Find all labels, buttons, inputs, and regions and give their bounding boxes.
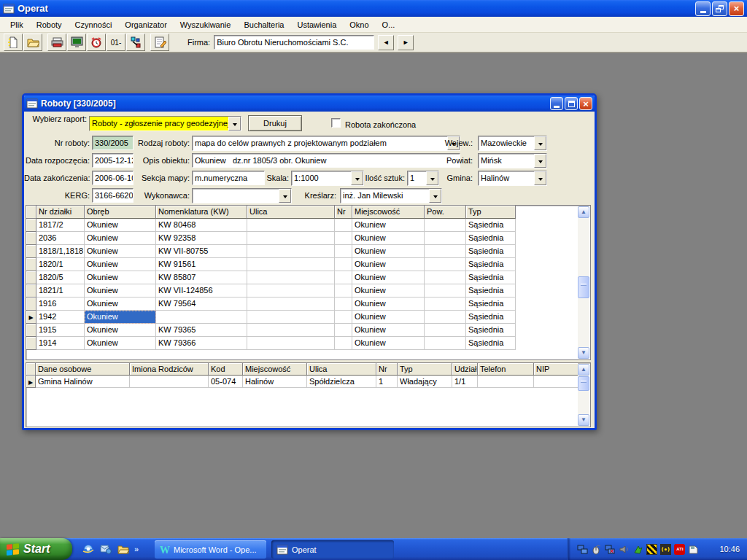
- table-cell[interactable]: [335, 337, 352, 350]
- table-cell[interactable]: [247, 258, 335, 271]
- column-header[interactable]: Udział: [452, 363, 478, 376]
- table-cell[interactable]: KW 79366: [156, 337, 247, 350]
- table-cell[interactable]: 1915: [36, 324, 85, 337]
- network-error-icon[interactable]: ×: [605, 544, 616, 555]
- ilosc-sztuk-combobox[interactable]: 1: [407, 171, 439, 186]
- table-cell[interactable]: 1817/2: [36, 219, 85, 232]
- table-cell[interactable]: [335, 284, 352, 298]
- print-button[interactable]: [47, 34, 66, 51]
- table-cell[interactable]: [247, 324, 335, 337]
- table-cell[interactable]: 1916: [36, 298, 85, 311]
- chevron-more-icon[interactable]: »: [134, 545, 139, 553]
- table-cell[interactable]: Okuniew: [352, 298, 425, 311]
- firma-input[interactable]: Biuro Obrotu Nieruchomościami S.C.: [214, 35, 374, 50]
- table-cell[interactable]: 2036: [36, 232, 85, 245]
- table-cell[interactable]: Sąsiednia: [466, 324, 516, 337]
- table-cell[interactable]: [335, 311, 352, 324]
- table-cell[interactable]: [335, 258, 352, 271]
- table-cell[interactable]: Okuniew: [85, 324, 156, 337]
- menu-czynnosci[interactable]: Czynności: [69, 18, 119, 31]
- scroll-down-icon[interactable]: ▼: [578, 347, 589, 359]
- table-cell[interactable]: Okuniew: [352, 284, 425, 298]
- chevron-down-icon[interactable]: [534, 136, 546, 150]
- table-cell[interactable]: KW 79365: [156, 324, 247, 337]
- table-cell[interactable]: [425, 311, 466, 324]
- menu-o-programie[interactable]: O...: [376, 18, 402, 31]
- vnc-icon[interactable]: [702, 544, 713, 555]
- column-header[interactable]: Telefon: [478, 363, 534, 376]
- table-cell[interactable]: Gmina Halinów: [36, 376, 130, 388]
- column-header[interactable]: Miejscowość: [243, 363, 307, 376]
- table-cell[interactable]: Sąsiednia: [466, 298, 516, 311]
- table-cell[interactable]: [247, 219, 335, 232]
- firma-next-button[interactable]: ►: [398, 35, 414, 50]
- table-cell[interactable]: Okuniew: [85, 245, 156, 258]
- rodzaj-roboty-combobox[interactable]: mapa do celów prawnych z projektowanym p…: [192, 136, 460, 151]
- table-cell[interactable]: Okuniew: [85, 219, 156, 232]
- start-button[interactable]: Start: [0, 538, 72, 560]
- new-document-button[interactable]: [4, 34, 23, 51]
- table-cell[interactable]: Sąsiednia: [466, 284, 516, 298]
- scroll-down-icon[interactable]: ▼: [578, 414, 589, 426]
- table-cell[interactable]: [335, 298, 352, 311]
- column-header[interactable]: NIP: [534, 363, 579, 376]
- table-cell[interactable]: [247, 232, 335, 245]
- column-header[interactable]: Imiona Rodziców: [130, 363, 209, 376]
- table-cell[interactable]: 1/1: [452, 376, 478, 388]
- table-cell[interactable]: Okuniew: [85, 284, 156, 298]
- table-cell[interactable]: Władający: [398, 376, 452, 388]
- chevron-down-icon[interactable]: [534, 171, 546, 185]
- table-cell[interactable]: 1820/1: [36, 258, 85, 271]
- table-cell[interactable]: Halinów: [243, 376, 307, 388]
- data-zakonczenia-field[interactable]: 2006-06-10: [92, 171, 133, 185]
- reminder-button[interactable]: [87, 34, 106, 51]
- table-cell[interactable]: [425, 271, 466, 284]
- column-header[interactable]: Ulica: [247, 206, 335, 219]
- dialog-maximize-button[interactable]: [565, 97, 578, 110]
- kerg-field[interactable]: 3166-6620/: [92, 188, 133, 203]
- dialog-close-button[interactable]: ×: [579, 97, 592, 110]
- table-cell[interactable]: Okuniew: [352, 232, 425, 245]
- table-cell[interactable]: [478, 376, 534, 388]
- table-cell[interactable]: 1818/1,1818: [36, 245, 85, 258]
- table-cell[interactable]: KW 80468: [156, 219, 247, 232]
- table-cell[interactable]: Okuniew: [352, 337, 425, 350]
- scroll-up-icon[interactable]: ▲: [578, 364, 589, 376]
- table-cell[interactable]: Okuniew: [85, 337, 156, 350]
- table-cell[interactable]: Okuniew: [85, 271, 156, 284]
- open-button[interactable]: [23, 34, 42, 51]
- notes-button[interactable]: [150, 34, 169, 51]
- table-cell[interactable]: [335, 324, 352, 337]
- table-cell[interactable]: Okuniew: [352, 258, 425, 271]
- calendar-button[interactable]: 01-: [107, 34, 125, 51]
- menu-wyszukiwanie[interactable]: Wyszukiwanie: [174, 18, 238, 31]
- column-header[interactable]: Typ: [466, 206, 516, 219]
- table-cell[interactable]: [130, 376, 209, 388]
- column-header[interactable]: Pow.: [425, 206, 466, 219]
- table-cell[interactable]: Sąsiednia: [466, 311, 516, 324]
- table-cell[interactable]: [425, 284, 466, 298]
- ati-icon[interactable]: ATI: [674, 544, 685, 555]
- skala-combobox[interactable]: 1:1000: [291, 171, 364, 186]
- table-cell[interactable]: KW 91561: [156, 258, 247, 271]
- column-header[interactable]: Ulica: [307, 363, 376, 376]
- table-cell[interactable]: Sąsiednia: [466, 245, 516, 258]
- table-cell[interactable]: 1942: [36, 311, 85, 324]
- table-cell[interactable]: Okuniew: [352, 219, 425, 232]
- opis-obiektu-field[interactable]: Okuniew dz.nr 1805/3 obr. Okuniew: [192, 153, 460, 168]
- table-cell[interactable]: Spółdzielcza: [307, 376, 376, 388]
- chevron-down-icon[interactable]: [426, 171, 438, 185]
- memory-card-icon[interactable]: [688, 544, 699, 555]
- column-header[interactable]: Nr: [376, 363, 398, 376]
- data-rozpoczecia-field[interactable]: 2005-12-12: [92, 153, 133, 168]
- table-cell[interactable]: KW VII-124856: [156, 284, 247, 298]
- preview-button[interactable]: [67, 34, 86, 51]
- column-header[interactable]: Dane osobowe: [36, 363, 130, 376]
- table-cell[interactable]: [247, 284, 335, 298]
- wireless-icon[interactable]: [660, 544, 671, 555]
- column-header[interactable]: Typ: [398, 363, 452, 376]
- table-cell[interactable]: [425, 219, 466, 232]
- menu-buchalteria[interactable]: Buchalteria: [237, 18, 290, 31]
- table-cell[interactable]: [335, 232, 352, 245]
- parcels-scrollbar[interactable]: ▲ ▼: [578, 206, 589, 359]
